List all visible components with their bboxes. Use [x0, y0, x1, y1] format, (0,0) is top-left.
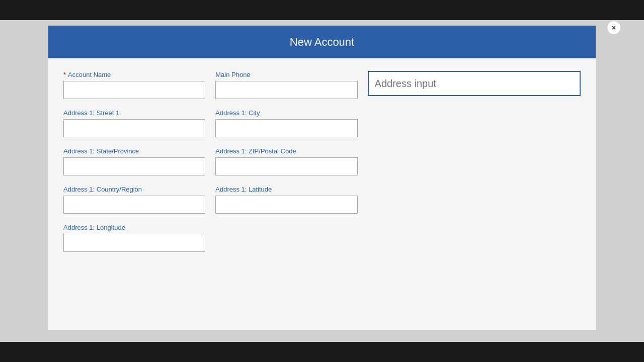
account-name-input[interactable] — [63, 81, 205, 99]
top-bar — [0, 0, 644, 20]
address-input[interactable] — [368, 71, 581, 96]
country-lat-row: Address 1: Country/Region Address 1: Lat… — [63, 186, 581, 214]
account-name-label: *Account Name — [63, 71, 205, 78]
latitude-input[interactable] — [215, 196, 357, 214]
state-input[interactable] — [63, 157, 205, 175]
longitude-input[interactable] — [63, 234, 205, 252]
account-name-col: *Account Name — [63, 71, 205, 99]
latitude-label: Address 1: Latitude — [215, 186, 357, 193]
modal-wrapper: New Account × *Account Name Main Phone — [0, 20, 644, 342]
modal-body: *Account Name Main Phone Address 1: Stre — [48, 58, 596, 330]
city-col: Address 1: City — [215, 109, 357, 137]
country-label: Address 1: Country/Region — [63, 186, 205, 193]
street1-input[interactable] — [63, 119, 205, 137]
modal-header: New Account × — [48, 26, 596, 58]
zip-input[interactable] — [215, 157, 357, 175]
zip-label: Address 1: ZIP/Postal Code — [215, 147, 357, 155]
main-phone-label: Main Phone — [215, 71, 357, 78]
state-col: Address 1: State/Province — [63, 147, 205, 175]
modal-title: New Account — [290, 36, 354, 49]
address-input-col — [368, 71, 581, 96]
modal-dialog: New Account × *Account Name Main Phone — [48, 25, 596, 330]
main-phone-col: Main Phone — [215, 71, 357, 99]
country-input[interactable] — [63, 196, 205, 214]
longitude-label: Address 1: Longitude — [63, 224, 205, 231]
top-form-row: *Account Name Main Phone — [63, 71, 581, 99]
longitude-row: Address 1: Longitude — [63, 224, 581, 252]
city-label: Address 1: City — [215, 109, 357, 117]
state-zip-row: Address 1: State/Province Address 1: ZIP… — [63, 147, 581, 175]
bottom-bar — [0, 342, 644, 362]
street-city-row: Address 1: Street 1 Address 1: City — [63, 109, 581, 137]
state-label: Address 1: State/Province — [63, 147, 205, 155]
country-col: Address 1: Country/Region — [63, 186, 205, 214]
longitude-col: Address 1: Longitude — [63, 224, 205, 252]
latitude-col: Address 1: Latitude — [215, 186, 357, 214]
main-phone-input[interactable] — [215, 81, 357, 99]
street1-col: Address 1: Street 1 — [63, 109, 205, 137]
zip-col: Address 1: ZIP/Postal Code — [215, 147, 357, 175]
city-input[interactable] — [215, 119, 357, 137]
close-button[interactable]: × — [607, 21, 621, 35]
street1-label: Address 1: Street 1 — [63, 109, 205, 117]
required-star: * — [63, 71, 66, 78]
